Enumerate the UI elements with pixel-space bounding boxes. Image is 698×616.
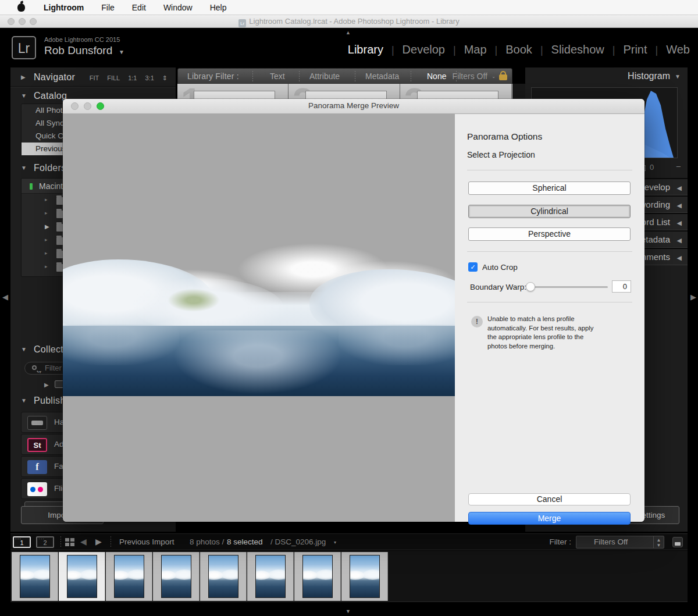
bottom-panel-reveal-icon[interactable]: ▼ bbox=[346, 608, 351, 614]
identity-plate-user[interactable]: Rob Dunsford bbox=[44, 44, 112, 57]
menu-edit[interactable]: Edit bbox=[132, 3, 146, 12]
zoom-fill[interactable]: FILL bbox=[107, 74, 120, 82]
identity-caret-icon[interactable]: ▼ bbox=[119, 49, 124, 55]
right-panel-collapse-icon[interactable]: ▶ bbox=[690, 293, 696, 301]
navigator-header[interactable]: ▶ Navigator FIT FILL 1:1 3:1 ⇕ bbox=[10, 70, 176, 86]
filmstrip-thumbnail[interactable] bbox=[247, 552, 294, 601]
lightroom-header: Lr Adobe Lightroom CC 2015 Rob Dunsford … bbox=[0, 28, 698, 67]
filmstrip-source[interactable]: Previous Import bbox=[119, 537, 174, 546]
photo-thumbnail bbox=[302, 555, 333, 598]
filmstrip-toolbar: 1 2 ◀ ▶ Previous Import 8 photos / 8 sel… bbox=[10, 533, 688, 550]
second-window-button[interactable]: 2 bbox=[36, 536, 54, 548]
module-map[interactable]: Map bbox=[464, 43, 487, 56]
menu-file[interactable]: File bbox=[101, 3, 115, 12]
warning-icon: ! bbox=[471, 316, 483, 327]
boundary-warp-value-field[interactable]: 0 bbox=[612, 280, 631, 293]
forward-arrow-icon[interactable]: ▶ bbox=[95, 537, 102, 546]
projection-cylindrical-button[interactable]: Cylindrical bbox=[468, 205, 631, 218]
filmstrip-thumbnail[interactable] bbox=[200, 552, 247, 601]
panel-expand-icon: ◀ bbox=[677, 237, 682, 244]
filmstrip-thumbnail[interactable] bbox=[153, 552, 200, 601]
filter-tab-metadata[interactable]: Metadata bbox=[365, 72, 399, 81]
grid-view-icon[interactable] bbox=[65, 538, 74, 547]
menu-app[interactable]: Lightroom bbox=[44, 3, 84, 12]
module-web[interactable]: Web bbox=[666, 43, 690, 56]
merge-button[interactable]: Merge bbox=[468, 512, 631, 525]
grid-cell[interactable]: 1 bbox=[177, 84, 289, 100]
volume-status-led bbox=[30, 183, 33, 190]
selected-count: 8 selected bbox=[227, 537, 263, 546]
back-arrow-icon[interactable]: ◀ bbox=[80, 537, 87, 546]
panorama-merge-dialog: Panorama Merge Preview Panorama Options … bbox=[63, 99, 644, 522]
crop-value: 0 bbox=[650, 163, 654, 172]
module-library[interactable]: Library bbox=[348, 43, 383, 56]
filmstrip-filter-dropdown[interactable]: Filters Off ▲▼ bbox=[576, 536, 664, 549]
grid-view: 1 2 3 bbox=[177, 84, 512, 100]
search-caret-icon: ▾ bbox=[39, 366, 41, 378]
menu-window[interactable]: Window bbox=[163, 3, 193, 12]
panorama-preview-image bbox=[63, 237, 455, 396]
folder-expand-icon[interactable]: ▸ bbox=[45, 250, 48, 256]
panorama-options-panel: Panorama Options Select a Projection Sph… bbox=[455, 114, 644, 522]
cancel-button[interactable]: Cancel bbox=[468, 493, 631, 505]
main-window-button[interactable]: 1 bbox=[13, 536, 31, 548]
filter-tab-none[interactable]: None bbox=[427, 72, 446, 81]
boundary-warp-slider-knob[interactable] bbox=[526, 282, 535, 291]
grid-cell[interactable]: 2 bbox=[289, 84, 400, 100]
current-filename[interactable]: / DSC_0206.jpg bbox=[270, 537, 326, 546]
panel-expand-icon: ◀ bbox=[677, 219, 682, 227]
identity-plate-app: Adobe Lightroom CC 2015 bbox=[44, 36, 120, 43]
flickr-icon bbox=[27, 482, 47, 496]
folder-expand-icon[interactable]: ▸ bbox=[45, 210, 48, 216]
folder-expand-icon[interactable]: ▸ bbox=[45, 237, 48, 243]
options-title: Panorama Options bbox=[467, 131, 542, 142]
filmstrip-filter-lock-icon[interactable] bbox=[672, 537, 683, 547]
module-print[interactable]: Print bbox=[623, 43, 647, 56]
zoom-1-1[interactable]: 1:1 bbox=[128, 74, 137, 82]
histogram-minimize-icon[interactable]: – bbox=[676, 162, 681, 170]
projection-perspective-button[interactable]: Perspective bbox=[468, 227, 631, 241]
module-develop[interactable]: Develop bbox=[403, 43, 445, 56]
menu-help[interactable]: Help bbox=[210, 3, 227, 12]
filter-tab-text[interactable]: Text bbox=[270, 72, 285, 81]
grid-cell[interactable]: 3 bbox=[401, 84, 512, 100]
filmstrip-thumbnail[interactable] bbox=[12, 552, 58, 601]
auto-crop-checkbox[interactable] bbox=[468, 262, 478, 272]
module-slideshow[interactable]: Slideshow bbox=[551, 43, 604, 56]
projection-spherical-button[interactable]: Spherical bbox=[468, 181, 631, 195]
left-panel-collapse-icon[interactable]: ◀ bbox=[2, 293, 8, 301]
boundary-warp-slider-track[interactable] bbox=[534, 286, 608, 288]
photo-thumbnail bbox=[67, 555, 97, 598]
filmstrip-thumbnail[interactable] bbox=[106, 552, 152, 601]
lightroom-logo: Lr bbox=[12, 36, 36, 59]
top-panel-reveal-icon[interactable]: ▲ bbox=[346, 30, 351, 35]
filmstrip-thumbnail[interactable] bbox=[341, 552, 388, 601]
zoom-stepper-icon[interactable]: ⇕ bbox=[162, 74, 168, 82]
apple-menu-icon[interactable] bbox=[17, 3, 25, 12]
photo-thumbnail bbox=[20, 555, 50, 598]
library-filter-bar: Library Filter : Text Attribute Metadata… bbox=[177, 68, 512, 84]
disclosure-down-icon: ▼ bbox=[675, 73, 681, 80]
zoom-3-1[interactable]: 3:1 bbox=[145, 74, 154, 82]
filter-tab-attribute[interactable]: Attribute bbox=[309, 72, 340, 81]
dialog-title-bar[interactable]: Panorama Merge Preview bbox=[63, 99, 644, 114]
panel-expand-icon: ◀ bbox=[677, 202, 682, 209]
folder-expand-icon[interactable]: ▸ bbox=[45, 264, 48, 269]
filter-lock-icon[interactable] bbox=[499, 74, 507, 80]
module-picker: Library| Develop| Map| Book| Slideshow| … bbox=[340, 43, 690, 56]
folder-expand-icon[interactable]: ▸ bbox=[45, 197, 48, 202]
filmstrip-thumbnail-current[interactable] bbox=[59, 552, 105, 601]
stepper-icon[interactable]: ▲▼ bbox=[653, 536, 664, 548]
filmstrip-thumbnail[interactable] bbox=[294, 552, 341, 601]
histogram-header[interactable]: Histogram bbox=[628, 71, 670, 81]
panel-expand-icon: ◀ bbox=[677, 254, 682, 262]
projection-subtitle: Select a Projection bbox=[467, 150, 535, 159]
photo-thumbnail bbox=[255, 555, 286, 598]
filter-preset-dropdown[interactable]: Filters Off bbox=[453, 72, 487, 81]
collection-expand-icon[interactable]: ▶ bbox=[44, 382, 49, 388]
facebook-icon: f bbox=[27, 460, 47, 474]
module-book[interactable]: Book bbox=[505, 43, 532, 56]
folder-expand-icon[interactable]: ▶ bbox=[45, 223, 49, 230]
zoom-fit[interactable]: FIT bbox=[90, 74, 99, 82]
hard-drive-icon bbox=[27, 416, 47, 430]
